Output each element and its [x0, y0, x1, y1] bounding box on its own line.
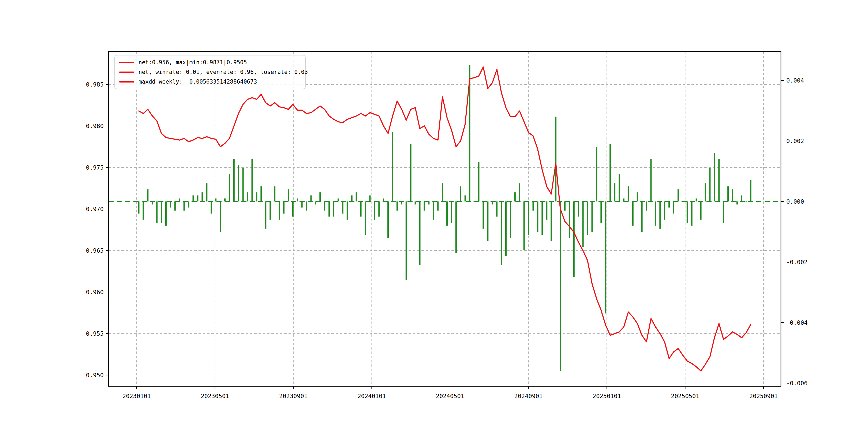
legend-item-maxdd: maxdd_weekly: -0.005633514288640673 — [119, 79, 305, 85]
weekly-return-bar — [161, 202, 162, 223]
right-axis-tick-label: -0.002 — [786, 259, 807, 266]
legend-label-net: net:0.956, max|min:0.9871|0.9505 — [138, 59, 247, 66]
maxdd-line-swatch — [119, 81, 134, 83]
left-axis-tick-label: 0.955 — [86, 330, 104, 337]
weekly-return-bar — [378, 202, 380, 216]
weekly-return-bar — [279, 202, 280, 220]
weekly-return-bar — [732, 189, 733, 202]
x-axis-tick-label: 20250101 — [593, 393, 621, 399]
weekly-return-bar — [356, 192, 357, 202]
weekly-return-bar — [342, 202, 343, 214]
weekly-return-bar — [687, 202, 688, 223]
weekly-return-bar — [406, 202, 407, 280]
weekly-return-bar — [555, 117, 556, 202]
weekly-return-bar — [220, 202, 221, 232]
weekly-return-bar — [533, 202, 534, 211]
weekly-return-bar — [211, 202, 212, 214]
net-line-swatch — [119, 62, 134, 63]
weekly-return-bar — [301, 202, 303, 208]
weekly-return-bar — [723, 202, 724, 223]
weekly-return-bar — [501, 202, 502, 265]
weekly-return-bar — [433, 202, 434, 220]
weekly-return-bar — [397, 202, 398, 211]
weekly-return-bar — [274, 186, 275, 202]
weekly-return-bar — [374, 202, 375, 220]
legend: net:0.956, max|min:0.9871|0.9505 net, wi… — [114, 55, 306, 89]
weekly-return-bar — [165, 202, 167, 225]
weekly-return-bar — [252, 159, 253, 202]
legend-item-net: net:0.956, max|min:0.9871|0.9505 — [119, 59, 305, 66]
weekly-return-bar — [224, 198, 225, 202]
winrate-line-swatch — [119, 71, 134, 73]
weekly-return-bar — [541, 202, 543, 235]
weekly-return-bar — [283, 202, 284, 214]
weekly-return-bar — [329, 202, 330, 216]
weekly-return-bar — [551, 202, 552, 241]
weekly-return-bar — [646, 202, 647, 211]
weekly-return-bar — [256, 192, 257, 202]
weekly-return-bar — [179, 198, 180, 202]
weekly-return-bar — [238, 165, 239, 202]
weekly-return-bar — [392, 132, 393, 202]
weekly-return-bar — [578, 202, 579, 216]
weekly-return-bar — [737, 202, 738, 205]
weekly-return-bar — [460, 186, 461, 202]
left-axis-tick-label: 0.965 — [86, 247, 104, 254]
weekly-return-bar — [746, 202, 747, 202]
weekly-return-bar — [560, 202, 561, 371]
weekly-return-bar — [360, 202, 362, 216]
weekly-return-bar — [338, 198, 339, 202]
weekly-return-bar — [718, 159, 720, 202]
weekly-return-bar — [419, 202, 421, 265]
x-axis-tick-label: 20250501 — [671, 393, 700, 399]
weekly-return-bar — [519, 183, 520, 202]
weekly-return-bar — [659, 202, 661, 229]
weekly-return-bar — [188, 202, 189, 208]
weekly-return-bar — [288, 189, 289, 202]
weekly-return-bar — [623, 198, 624, 202]
weekly-return-bar — [705, 183, 706, 202]
x-axis-tick-label: 20240101 — [358, 393, 386, 399]
legend-label-winrate: net, winrate: 0.01, evenrate: 0.96, lose… — [138, 69, 308, 75]
weekly-return-bar — [306, 202, 307, 211]
weekly-return-bar — [215, 198, 216, 202]
weekly-return-bar — [243, 168, 244, 202]
weekly-return-bar — [496, 202, 497, 216]
weekly-return-bar — [714, 153, 715, 202]
weekly-return-bar — [270, 202, 271, 220]
right-axis-tick-label: -0.004 — [786, 319, 807, 326]
weekly-return-bar — [632, 202, 633, 225]
weekly-return-bar — [319, 192, 321, 202]
weekly-return-bar — [696, 198, 697, 202]
weekly-return-bar — [197, 195, 198, 202]
right-axis-tick-label: -0.006 — [786, 380, 807, 386]
weekly-return-bar — [664, 202, 665, 220]
weekly-return-bar — [247, 192, 248, 202]
legend-item-winrate: net, winrate: 0.01, evenrate: 0.96, lose… — [119, 69, 305, 75]
weekly-return-bar — [410, 144, 411, 202]
weekly-return-bar — [465, 195, 466, 202]
weekly-return-bar — [750, 180, 751, 202]
weekly-return-bar — [510, 202, 511, 238]
right-axis-tick-label: 0.002 — [786, 138, 804, 145]
weekly-return-bar — [265, 202, 266, 229]
right-axis-tick-label: 0.004 — [786, 77, 804, 84]
legend-label-maxdd: maxdd_weekly: -0.005633514288640673 — [138, 79, 257, 85]
weekly-return-bar — [591, 202, 593, 232]
weekly-return-bar — [193, 195, 194, 202]
weekly-return-bar — [492, 202, 493, 205]
weekly-return-bar — [260, 186, 262, 202]
weekly-return-bar — [537, 202, 538, 232]
left-axis-tick-label: 0.980 — [86, 123, 104, 129]
weekly-return-bar — [637, 192, 638, 202]
weekly-return-bar — [446, 202, 448, 225]
weekly-return-bar — [619, 174, 620, 202]
weekly-return-bar — [310, 195, 312, 202]
weekly-return-bar — [600, 202, 602, 223]
weekly-return-bar — [156, 202, 157, 223]
weekly-return-bar — [437, 202, 439, 211]
right-axis-tick-label: 0.000 — [786, 198, 804, 205]
weekly-return-bar — [401, 202, 402, 205]
weekly-return-bar — [451, 202, 452, 223]
weekly-return-bar — [582, 202, 584, 247]
